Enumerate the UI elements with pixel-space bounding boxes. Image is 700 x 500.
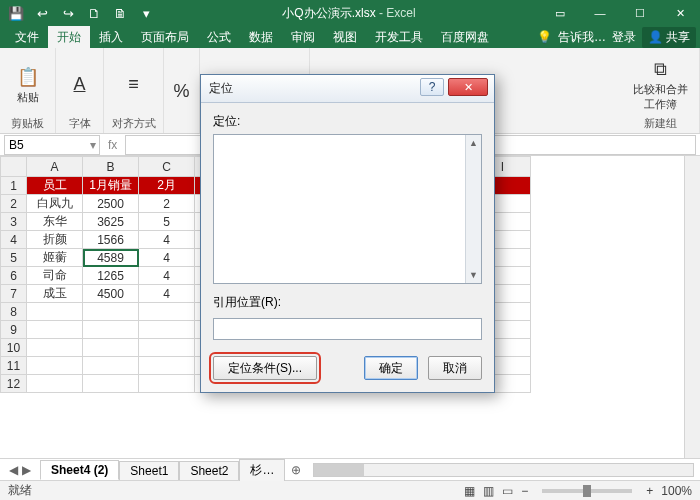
cell[interactable]: 5 <box>139 213 195 231</box>
new-button[interactable]: 🗋 <box>82 2 106 24</box>
row-header[interactable]: 12 <box>1 375 27 393</box>
dialog-help-button[interactable]: ? <box>420 78 444 96</box>
dialog-close-button[interactable]: ✕ <box>448 78 488 96</box>
cell[interactable]: 1566 <box>83 231 139 249</box>
group-compare: ⧉比较和合并工作簿 新建组 <box>622 48 700 133</box>
maximize-button[interactable]: ☐ <box>620 0 660 26</box>
signin-link[interactable]: 登录 <box>612 29 636 46</box>
horizontal-scrollbar[interactable] <box>313 463 694 477</box>
cell[interactable]: 姬蘅 <box>27 249 83 267</box>
undo-button[interactable]: ↩ <box>30 2 54 24</box>
scroll-up-icon[interactable]: ▲ <box>466 135 481 151</box>
redo-button[interactable]: ↪ <box>56 2 80 24</box>
fx-icon[interactable]: fx <box>108 138 117 152</box>
cell[interactable]: 4 <box>139 249 195 267</box>
reference-input[interactable] <box>213 318 482 340</box>
special-button[interactable]: 定位条件(S)... <box>213 356 317 380</box>
cell[interactable]: 东华 <box>27 213 83 231</box>
view-normal-icon[interactable]: ▦ <box>464 484 475 498</box>
cell[interactable]: 1265 <box>83 267 139 285</box>
sheet-tab[interactable]: 杉… <box>239 459 285 481</box>
add-sheet-button[interactable]: ⊕ <box>285 463 307 477</box>
save-button[interactable]: 💾 <box>4 2 28 24</box>
view-page-icon[interactable]: ▥ <box>483 484 494 498</box>
row-header[interactable]: 1 <box>1 177 27 195</box>
font-button[interactable]: A <box>63 69 97 99</box>
tab-data[interactable]: 数据 <box>240 26 282 48</box>
row-header[interactable]: 4 <box>1 231 27 249</box>
cell[interactable]: 成玉 <box>27 285 83 303</box>
cell[interactable]: 1月销量 <box>83 177 139 195</box>
row-header[interactable]: 8 <box>1 303 27 321</box>
row-header[interactable]: 11 <box>1 357 27 375</box>
select-all-corner[interactable] <box>1 157 27 177</box>
compare-merge-button[interactable]: ⧉比较和合并工作簿 <box>629 54 692 114</box>
qat-more-icon[interactable]: ▾ <box>134 2 158 24</box>
close-button[interactable]: ✕ <box>660 0 700 26</box>
sheet-tab-active[interactable]: Sheet4 (2) <box>40 460 119 480</box>
bulb-icon: 💡 <box>537 30 552 44</box>
ribbon-options-button[interactable]: ▭ <box>540 0 580 26</box>
tab-formulas[interactable]: 公式 <box>198 26 240 48</box>
sheet-nav[interactable]: ◀ ▶ <box>0 463 40 477</box>
tab-dev[interactable]: 开发工具 <box>366 26 432 48</box>
tab-view[interactable]: 视图 <box>324 26 366 48</box>
dialog-body: 定位: ▲▼ 引用位置(R): <box>201 103 494 346</box>
name-box[interactable]: B5▾ <box>4 135 100 155</box>
row-header[interactable]: 2 <box>1 195 27 213</box>
goto-listbox[interactable]: ▲▼ <box>213 134 482 284</box>
dialog-titlebar[interactable]: 定位 ? ✕ <box>201 75 494 103</box>
tab-file[interactable]: 文件 <box>6 26 48 48</box>
tab-baidu[interactable]: 百度网盘 <box>432 26 498 48</box>
cell[interactable]: 司命 <box>27 267 83 285</box>
share-button[interactable]: 👤共享 <box>642 27 696 48</box>
tab-home[interactable]: 开始 <box>48 26 90 48</box>
cancel-button[interactable]: 取消 <box>428 356 482 380</box>
row-header[interactable]: 6 <box>1 267 27 285</box>
zoom-in-button[interactable]: + <box>646 484 653 498</box>
tab-layout[interactable]: 页面布局 <box>132 26 198 48</box>
cell[interactable]: 3625 <box>83 213 139 231</box>
row-header[interactable]: 7 <box>1 285 27 303</box>
cell[interactable]: 4 <box>139 285 195 303</box>
col-header[interactable]: C <box>139 157 195 177</box>
paste-button[interactable]: 📋粘贴 <box>11 62 45 107</box>
selected-cell[interactable]: 4589 <box>83 249 139 267</box>
cell[interactable]: 4500 <box>83 285 139 303</box>
percent-icon: % <box>169 79 195 105</box>
zoom-slider[interactable] <box>542 489 632 493</box>
open-button[interactable]: 🗎 <box>108 2 132 24</box>
col-header[interactable]: A <box>27 157 83 177</box>
row-header[interactable]: 9 <box>1 321 27 339</box>
sheet-tab[interactable]: Sheet2 <box>179 461 239 480</box>
percent-button[interactable]: % <box>165 77 199 107</box>
tab-insert[interactable]: 插入 <box>90 26 132 48</box>
status-bar: 就绪 ▦ ▥ ▭ − + 100% <box>0 480 700 500</box>
zoom-level[interactable]: 100% <box>661 484 692 498</box>
goto-dialog: 定位 ? ✕ 定位: ▲▼ 引用位置(R): 定位条件(S)... 确定 取消 <box>200 74 495 393</box>
cell[interactable]: 2 <box>139 195 195 213</box>
row-header[interactable]: 3 <box>1 213 27 231</box>
cell[interactable]: 4 <box>139 231 195 249</box>
compare-line2: 工作簿 <box>644 97 677 112</box>
row-header[interactable]: 5 <box>1 249 27 267</box>
cell[interactable]: 2500 <box>83 195 139 213</box>
cell[interactable]: 员工 <box>27 177 83 195</box>
col-header[interactable]: B <box>83 157 139 177</box>
row-header[interactable]: 10 <box>1 339 27 357</box>
ok-button[interactable]: 确定 <box>364 356 418 380</box>
minimize-button[interactable]: — <box>580 0 620 26</box>
cell[interactable]: 折颜 <box>27 231 83 249</box>
view-break-icon[interactable]: ▭ <box>502 484 513 498</box>
tell-me[interactable]: 告诉我… <box>558 29 606 46</box>
cell[interactable]: 2月 <box>139 177 195 195</box>
align-button[interactable]: ≡ <box>117 69 151 99</box>
vertical-scrollbar[interactable] <box>684 156 700 458</box>
scroll-down-icon[interactable]: ▼ <box>466 267 481 283</box>
tab-review[interactable]: 审阅 <box>282 26 324 48</box>
zoom-out-button[interactable]: − <box>521 484 528 498</box>
cell[interactable]: 白凤九 <box>27 195 83 213</box>
cell[interactable]: 4 <box>139 267 195 285</box>
listbox-scrollbar[interactable]: ▲▼ <box>465 135 481 283</box>
sheet-tab[interactable]: Sheet1 <box>119 461 179 480</box>
